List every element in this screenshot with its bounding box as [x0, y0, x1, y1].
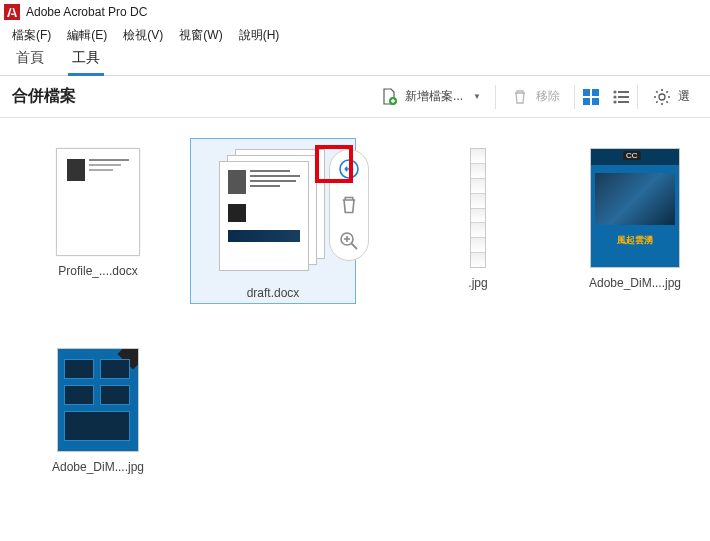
file-thumb	[470, 148, 486, 268]
svg-point-9	[613, 100, 616, 103]
file-thumb	[57, 348, 139, 452]
file-caption: Profile_....docx	[18, 264, 178, 278]
svg-rect-10	[618, 101, 629, 103]
svg-rect-2	[592, 89, 599, 96]
svg-point-11	[659, 94, 665, 100]
cc-badge: CC	[623, 151, 641, 160]
app-icon	[4, 4, 20, 20]
menu-view[interactable]: 檢視(V)	[117, 25, 169, 46]
svg-rect-1	[583, 89, 590, 96]
page-title: 合併檔案	[12, 86, 76, 107]
file-item-adobe-dim-1[interactable]: CC 風起雲湧 Adobe_DiM....jpg	[555, 148, 710, 290]
svg-line-18	[656, 101, 657, 102]
file-caption: .jpg	[398, 276, 558, 290]
zoom-item-button[interactable]	[336, 228, 362, 254]
options-button[interactable]: 選	[644, 83, 698, 111]
add-file-icon	[379, 87, 399, 107]
trash-icon	[510, 87, 530, 107]
app-title: Adobe Acrobat Pro DC	[26, 5, 147, 19]
file-item-adobe-dim-2[interactable]: Adobe_DiM....jpg	[18, 348, 178, 474]
view-toggle	[581, 87, 631, 107]
add-files-button[interactable]: 新增檔案... ▼	[371, 83, 489, 111]
menu-window[interactable]: 視窗(W)	[173, 25, 228, 46]
tab-tools[interactable]: 工具	[68, 43, 104, 75]
file-thumb: CC 風起雲湧	[590, 148, 680, 268]
add-files-label: 新增檔案...	[405, 88, 463, 105]
remove-label: 移除	[536, 88, 560, 105]
tab-home[interactable]: 首頁	[12, 43, 48, 75]
svg-rect-3	[583, 98, 590, 105]
separator	[574, 85, 575, 109]
list-view-icon[interactable]	[611, 87, 631, 107]
svg-line-19	[666, 91, 667, 92]
svg-line-16	[656, 91, 657, 92]
file-caption: Adobe_DiM....jpg	[18, 460, 178, 474]
file-item-jpg[interactable]: .jpg	[398, 148, 558, 290]
remove-button[interactable]: 移除	[502, 83, 568, 111]
file-caption: Adobe_DiM....jpg	[555, 276, 710, 290]
file-grid: Profile_....docx	[0, 118, 710, 541]
menu-help[interactable]: 說明(H)	[233, 25, 286, 46]
options-label: 選	[678, 88, 690, 105]
poster-headline: 風起雲湧	[591, 234, 679, 247]
titlebar: Adobe Acrobat Pro DC	[0, 0, 710, 24]
svg-rect-8	[618, 96, 629, 98]
file-thumb-stack	[219, 149, 327, 277]
callout-highlight	[315, 145, 353, 183]
file-item-profile[interactable]: Profile_....docx	[18, 148, 178, 278]
gear-icon	[652, 87, 672, 107]
toolbar: 合併檔案 新增檔案... ▼ 移除 選	[0, 76, 710, 118]
svg-point-5	[613, 90, 616, 93]
svg-line-22	[352, 244, 358, 250]
tabs-row: 首頁 工具	[0, 46, 710, 76]
svg-rect-6	[618, 91, 629, 93]
file-thumb	[56, 148, 140, 256]
chevron-down-icon: ▼	[473, 92, 481, 101]
delete-item-button[interactable]	[336, 192, 362, 218]
menubar: 檔案(F) 編輯(E) 檢視(V) 視窗(W) 說明(H)	[0, 24, 710, 46]
file-caption: draft.docx	[192, 286, 354, 300]
separator	[637, 85, 638, 109]
svg-line-17	[666, 101, 667, 102]
file-caption-wrap: draft.docx	[192, 278, 354, 300]
grid-view-icon[interactable]	[581, 87, 601, 107]
svg-point-7	[613, 95, 616, 98]
separator	[495, 85, 496, 109]
svg-rect-4	[592, 98, 599, 105]
